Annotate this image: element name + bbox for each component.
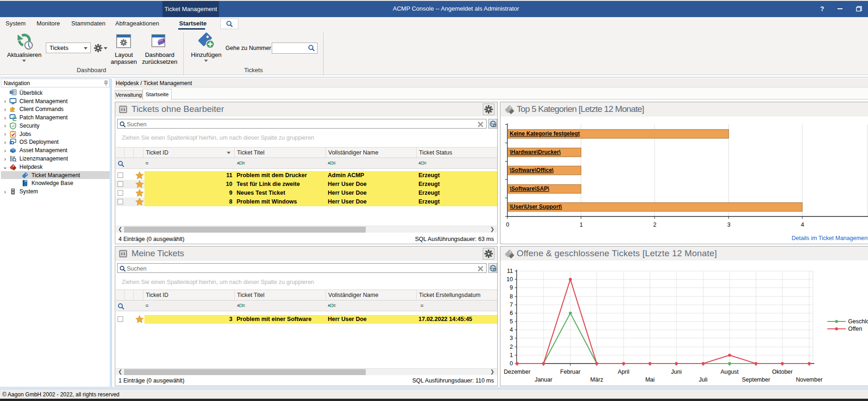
svg-text:Keine Kategorie festgelegt: Keine Kategorie festgelegt [510,130,580,137]
svg-text:\User\User Support\: \User\User Support\ [510,204,562,210]
svg-text:Juni: Juni [671,369,682,375]
svg-text:August: August [721,369,739,375]
svg-text:Offen: Offen [848,326,862,332]
svg-text:11: 11 [507,268,513,274]
svg-text:\Software\Office\: \Software\Office\ [510,167,554,173]
svg-text:9: 9 [510,284,513,291]
svg-text:6: 6 [510,310,513,316]
svg-text:5: 5 [510,318,513,325]
svg-text:März: März [590,376,603,383]
svg-text:2: 2 [510,344,513,350]
svg-text:1: 1 [510,352,513,358]
svg-text:2: 2 [653,222,656,228]
svg-text:8: 8 [510,293,513,300]
svg-text:Oktober: Oktober [772,369,793,375]
svg-text:Juli: Juli [699,376,708,383]
svg-text:7: 7 [510,302,513,308]
svg-text:Februar: Februar [560,369,581,375]
svg-text:1: 1 [580,222,583,228]
svg-text:April: April [618,369,629,375]
svg-text:0: 0 [506,222,509,228]
svg-text:November: November [796,376,823,383]
svg-text:\Hardware\Drucker\: \Hardware\Drucker\ [510,149,561,155]
svg-text:Januar: Januar [535,376,552,383]
svg-text:\Software\SAP\: \Software\SAP\ [510,185,550,192]
svg-text:September: September [742,376,770,383]
svg-text:Geschlossen: Geschlossen [848,318,868,325]
svg-text:4: 4 [801,222,804,228]
svg-text:Mai: Mai [645,376,655,383]
svg-text:3: 3 [727,222,731,228]
svg-text:Dezember: Dezember [504,369,531,375]
svg-text:4: 4 [510,327,513,333]
svg-text:0: 0 [510,360,513,367]
svg-text:10: 10 [506,276,513,283]
svg-text:3: 3 [510,335,513,341]
